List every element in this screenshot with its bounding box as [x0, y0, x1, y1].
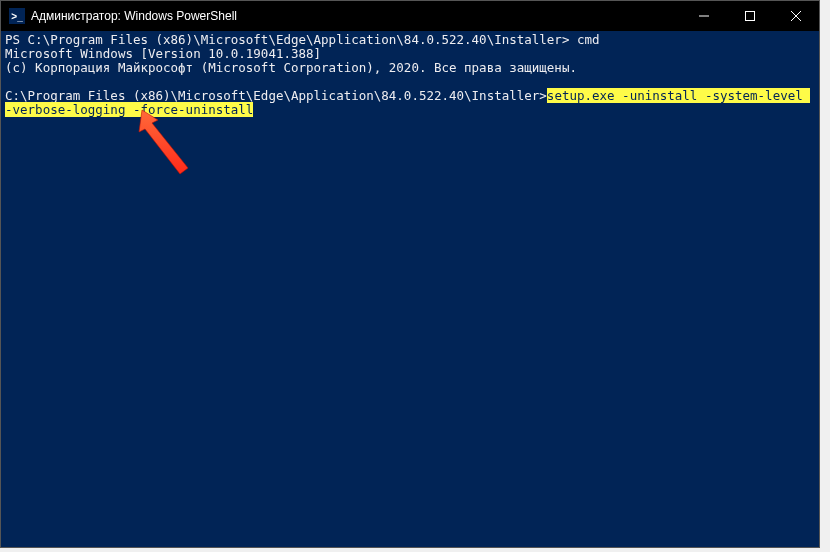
text-cursor [253, 104, 260, 117]
powershell-window: >_ Администратор: Windows PowerShell PS … [0, 0, 820, 548]
minimize-button[interactable] [681, 1, 727, 31]
terminal-output[interactable]: PS C:\Program Files (x86)\Microsoft\Edge… [1, 31, 819, 547]
powershell-icon: >_ [9, 8, 25, 24]
prompt-line-1: PS C:\Program Files (x86)\Microsoft\Edge… [5, 32, 577, 47]
close-button[interactable] [773, 1, 819, 31]
prompt-line-2: C:\Program Files (x86)\Microsoft\Edge\Ap… [5, 88, 547, 103]
output-line-version: Microsoft Windows [Version 10.0.19041.38… [5, 46, 321, 61]
titlebar[interactable]: >_ Администратор: Windows PowerShell [1, 1, 819, 31]
window-title: Администратор: Windows PowerShell [31, 9, 237, 23]
svg-rect-1 [746, 12, 755, 21]
cmd-line-1: cmd [577, 32, 600, 47]
maximize-icon [745, 11, 755, 21]
minimize-icon [699, 11, 709, 21]
close-icon [791, 11, 801, 21]
output-line-copyright: (c) Корпорация Майкрософт (Microsoft Cor… [5, 60, 577, 75]
maximize-button[interactable] [727, 1, 773, 31]
